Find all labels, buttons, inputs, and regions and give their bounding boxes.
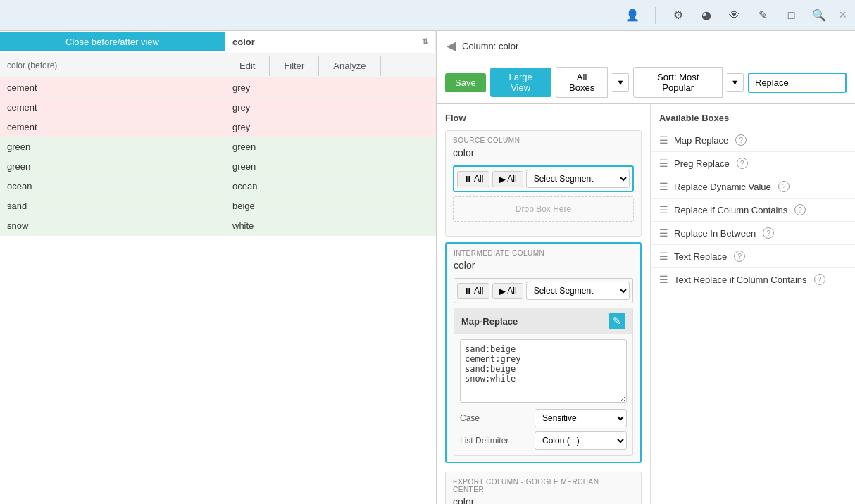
column-tab-filter[interactable]: Filter xyxy=(270,56,319,76)
play-icon-1: ▶ xyxy=(499,174,506,184)
sort-button[interactable]: Sort: Most Popular xyxy=(633,67,723,98)
after-cell: green xyxy=(225,157,436,176)
play-icon-2: ▶ xyxy=(499,286,506,296)
map-replace-body: sand:beige cement:grey sand:beige snow:w… xyxy=(454,334,632,455)
table-row: cement grey xyxy=(0,78,436,98)
map-textarea[interactable]: sand:beige cement:grey sand:beige snow:w… xyxy=(460,339,627,403)
list-delimiter-row: List Delimiter Colon ( : ) xyxy=(460,431,627,450)
back-button[interactable]: ◀ xyxy=(447,38,456,53)
drag-icon: ☰ xyxy=(659,158,668,169)
map-replace-header: Map-Replace ✎ xyxy=(454,308,632,334)
close-icon[interactable]: × xyxy=(839,8,847,23)
column-tab-analyze[interactable]: Analyze xyxy=(319,56,380,76)
map-replace-box: Map-Replace ✎ sand:beige cement:grey san… xyxy=(454,308,633,456)
help-icon[interactable]: ? xyxy=(737,158,748,169)
help-icon[interactable]: ? xyxy=(763,227,774,239)
case-select[interactable]: Sensitive xyxy=(535,409,627,427)
before-cell: snow xyxy=(0,216,225,235)
table-row: green green xyxy=(0,157,436,177)
table-row: snow white xyxy=(0,216,436,236)
pause-all-btn-2[interactable]: ⏸ All xyxy=(457,283,489,299)
drag-icon: ☰ xyxy=(659,181,668,192)
play-all-btn-2[interactable]: ▶ All xyxy=(492,283,523,299)
drop-box-1: Drop Box Here xyxy=(453,196,634,222)
available-box-label: Text Replace xyxy=(674,251,727,262)
main-area: Close before/after view color ⇅ color (b… xyxy=(0,31,855,504)
available-box-item[interactable]: ☰ Preg Replace ? xyxy=(651,152,855,175)
case-row: Case Sensitive xyxy=(460,409,627,427)
large-view-button[interactable]: Large View xyxy=(490,68,551,97)
available-box-label: Preg Replace xyxy=(674,158,730,169)
panel-header: ◀ Column: color xyxy=(437,31,855,61)
sort-dropdown[interactable]: ▼ xyxy=(727,73,744,92)
eye-icon[interactable]: 👁 xyxy=(726,7,743,24)
list-delimiter-select[interactable]: Colon ( : ) xyxy=(535,431,627,450)
person-icon[interactable]: 👤 xyxy=(624,7,641,24)
before-cell: cement xyxy=(0,78,225,97)
segment-select-2[interactable]: Select Segment xyxy=(526,282,630,300)
available-box-item[interactable]: ☰ Text Replace if Column Contains ? xyxy=(651,268,855,291)
available-box-item[interactable]: ☰ Map-Replace ? xyxy=(651,129,855,152)
color-column-header: color xyxy=(232,37,255,47)
all-boxes-dropdown[interactable]: ▼ xyxy=(612,73,629,92)
map-replace-edit-btn[interactable]: ✎ xyxy=(609,313,625,329)
filter-icon[interactable]: ⚙ xyxy=(670,7,687,24)
help-icon[interactable]: ? xyxy=(814,274,825,285)
segment-row-1: ⏸ All ▶ All Select Segment xyxy=(453,165,634,192)
help-icon[interactable]: ? xyxy=(735,134,747,146)
before-cell: cement xyxy=(0,118,225,137)
before-cell: ocean xyxy=(0,177,225,196)
available-box-label: Replace Dynamic Value xyxy=(674,182,771,192)
flow-column: Flow SOURCE COLUMN color ⏸ All ▶ All Sel… xyxy=(437,104,651,504)
pause-all-btn-1[interactable]: ⏸ All xyxy=(457,171,489,187)
table-row: cement grey xyxy=(0,98,436,118)
intermediate-column-label: INTERMEDIATE COLUMN xyxy=(454,249,633,257)
close-before-after-btn[interactable]: Close before/after view xyxy=(0,32,225,51)
help-icon[interactable]: ? xyxy=(778,181,790,192)
sort-indicator: ⇅ xyxy=(422,37,428,46)
drag-icon: ☰ xyxy=(659,274,668,285)
all-boxes-button[interactable]: All Boxes xyxy=(556,67,609,98)
column-tab-edit[interactable]: Edit xyxy=(225,56,270,76)
drag-icon: ☰ xyxy=(659,204,668,215)
available-box-item[interactable]: ☰ Replace Dynamic Value ? xyxy=(651,175,855,199)
after-cell: grey xyxy=(225,118,436,137)
chart-icon[interactable]: ◕ xyxy=(698,7,715,24)
help-icon[interactable]: ? xyxy=(794,204,806,215)
list-delimiter-label: List Delimiter xyxy=(460,436,530,446)
available-box-item[interactable]: ☰ Replace In Between ? xyxy=(651,222,855,245)
drag-icon: ☰ xyxy=(659,227,668,239)
source-column-value: color xyxy=(453,147,634,158)
zoom-icon[interactable]: 🔍 xyxy=(811,7,828,24)
pause-icon-2: ⏸ xyxy=(463,286,473,296)
export-value: color xyxy=(453,496,634,504)
before-cell: green xyxy=(0,157,225,176)
case-label: Case xyxy=(460,413,530,423)
available-box-item[interactable]: ☰ Replace if Column Contains ? xyxy=(651,199,855,222)
drag-icon: ☰ xyxy=(659,251,668,262)
flow-label: Flow xyxy=(445,113,642,123)
available-box-item[interactable]: ☰ Text Replace ? xyxy=(651,245,855,268)
help-icon[interactable]: ? xyxy=(734,251,745,262)
save-button[interactable]: Save xyxy=(445,73,486,92)
available-boxes-list: ☰ Map-Replace ? ☰ Preg Replace ? ☰ Repla… xyxy=(651,129,855,291)
after-cell: grey xyxy=(225,98,436,117)
export-label: EXPORT COLUMN - GOOGLE MERCHANT CENTER xyxy=(453,478,634,493)
pencil-icon[interactable]: ✎ xyxy=(754,7,771,24)
segment-row-2: ⏸ All ▶ All Select Segment xyxy=(454,278,633,303)
source-column-label: SOURCE COLUMN xyxy=(453,137,634,144)
source-column-section: SOURCE COLUMN color ⏸ All ▶ All Select S… xyxy=(445,130,642,237)
top-toolbar: 👤 ⚙ ◕ 👁 ✎ □ 🔍 × xyxy=(0,0,855,31)
available-boxes-column: Available Boxes ☰ Map-Replace ? ☰ Preg R… xyxy=(651,104,855,504)
map-replace-title: Map-Replace xyxy=(461,316,518,327)
play-all-btn-1[interactable]: ▶ All xyxy=(492,171,523,187)
search-input[interactable] xyxy=(748,73,847,93)
before-cell: sand xyxy=(0,196,225,215)
crop-icon[interactable]: □ xyxy=(782,7,799,24)
after-cell: green xyxy=(225,137,436,156)
available-box-label: Replace if Column Contains xyxy=(674,205,787,215)
after-cell: beige xyxy=(225,196,436,215)
left-panel: Close before/after view color ⇅ color (b… xyxy=(0,31,437,504)
available-box-label: Map-Replace xyxy=(674,135,728,146)
segment-select-1[interactable]: Select Segment xyxy=(526,170,630,188)
